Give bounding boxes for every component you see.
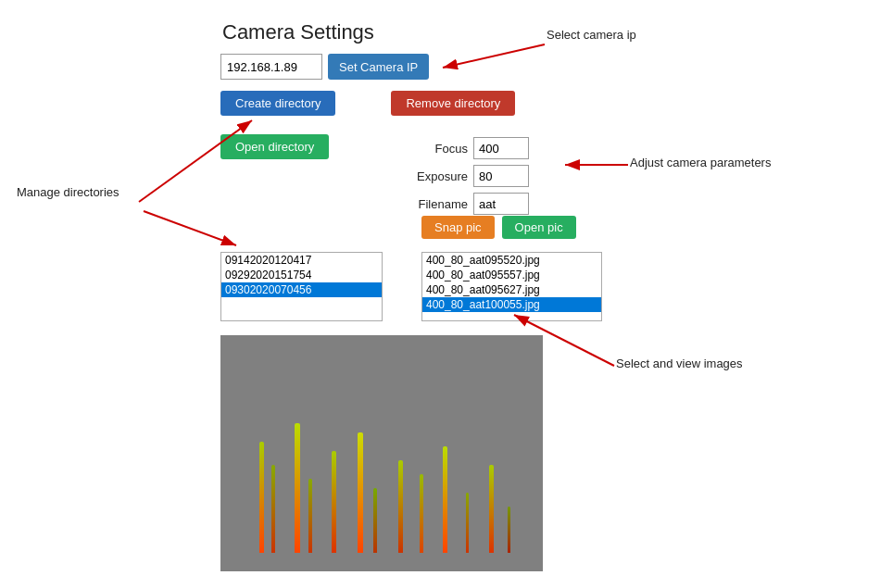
file-listbox-item[interactable]: 400_80_aat095520.jpg <box>422 253 601 268</box>
directory-listbox-item[interactable]: 09302020070456 <box>221 282 382 297</box>
directory-listbox-item[interactable]: 09292020151754 <box>221 268 382 282</box>
open-pic-button[interactable]: Open pic <box>502 216 576 239</box>
svg-line-3 <box>144 211 236 245</box>
open-directory-button[interactable]: Open directory <box>220 134 329 159</box>
file-listbox-item[interactable]: 400_80_aat095557.jpg <box>422 268 601 282</box>
file-listbox-item[interactable]: 400_80_aat095627.jpg <box>422 282 601 297</box>
directory-listbox-item[interactable]: 09142020120417 <box>221 253 382 268</box>
focus-label: Focus <box>412 142 468 156</box>
annotation-adjust-camera-parameters: Adjust camera parameters <box>630 156 771 169</box>
exposure-input[interactable] <box>473 165 529 187</box>
ip-row: Set Camera IP <box>220 54 429 80</box>
annotation-select-camera-ip: Select camera ip <box>547 28 636 42</box>
exposure-row: Exposure <box>412 165 529 187</box>
annotation-manage-directories: Manage directories <box>17 185 119 199</box>
page-container: Camera Settings Set Camera IP Create dir… <box>0 0 880 588</box>
open-directory-row: Open directory <box>220 134 329 159</box>
annotation-select-and-view-images: Select and view images <box>616 357 743 370</box>
file-listbox-item[interactable]: 400_80_aat100055.jpg <box>422 297 601 312</box>
filename-label: Filename <box>412 197 468 211</box>
svg-line-1 <box>443 44 545 68</box>
image-canvas <box>220 335 543 571</box>
image-preview <box>220 335 543 571</box>
focus-input[interactable] <box>473 137 529 159</box>
ip-input[interactable] <box>220 54 322 80</box>
set-camera-ip-button[interactable]: Set Camera IP <box>328 54 429 80</box>
create-directory-button[interactable]: Create directory <box>220 91 335 116</box>
remove-directory-button[interactable]: Remove directory <box>391 91 515 116</box>
params-section: Focus Exposure Filename <box>412 137 529 220</box>
directory-listbox[interactable]: 0914202012041709292020151754093020200704… <box>220 252 383 321</box>
filename-input[interactable] <box>473 193 529 215</box>
filename-row: Filename <box>412 193 529 215</box>
directory-action-row: Create directory Remove directory <box>220 91 515 116</box>
focus-row: Focus <box>412 137 529 159</box>
snap-row: Snap pic Open pic <box>421 216 576 239</box>
file-listbox[interactable]: 400_80_aat095520.jpg400_80_aat095557.jpg… <box>421 252 602 321</box>
exposure-label: Exposure <box>412 169 468 183</box>
snap-pic-button[interactable]: Snap pic <box>421 216 495 239</box>
page-title: Camera Settings <box>222 20 374 44</box>
svg-line-2 <box>139 120 252 202</box>
